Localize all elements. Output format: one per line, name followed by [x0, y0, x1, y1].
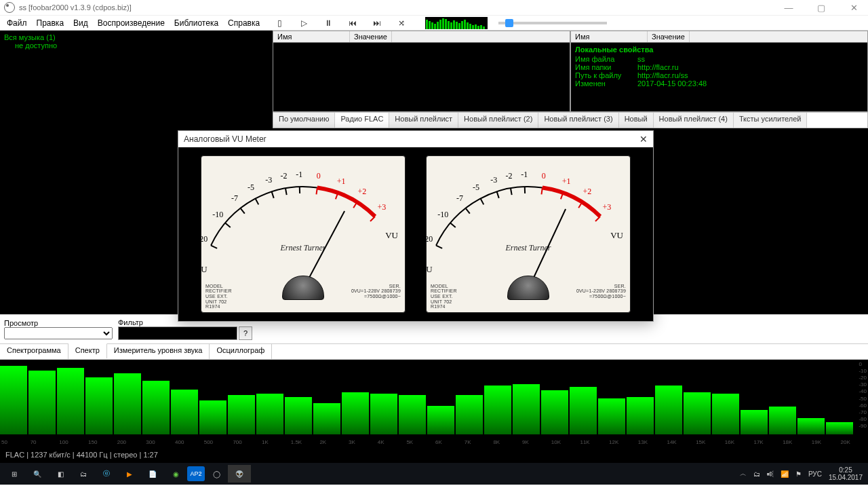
vu-title: Аналоговый VU Meter	[184, 134, 267, 144]
svg-text:-3: -3	[490, 175, 497, 185]
menu-library[interactable]: Библиотека	[174, 18, 218, 28]
tray-sound-icon[interactable]: 🕬	[767, 470, 774, 478]
spectrum-bar	[57, 368, 84, 434]
svg-line-34	[511, 188, 512, 195]
stop-button[interactable]: ▯	[275, 18, 284, 28]
word-icon[interactable]: 📄	[141, 465, 164, 483]
property-row: Изменен2017-04-15 00:23:48	[575, 79, 863, 88]
spectrum-bar	[370, 394, 397, 434]
explorer-icon[interactable]: 🗂	[72, 465, 95, 483]
col-value[interactable]: Значение	[350, 31, 392, 42]
close-button[interactable]: ✕	[844, 3, 864, 13]
vu-meter-left: -20-10-7-5-3-2-10+1+2+3VUVU Ernest Turne…	[201, 155, 406, 313]
svg-text:-3: -3	[265, 175, 272, 185]
spectrum-bar	[769, 407, 796, 434]
spectrum-bar	[541, 390, 568, 434]
svg-line-30	[481, 199, 484, 205]
property-row: Путь к файлуhttp://flacr.ru/ss	[575, 71, 863, 79]
spectrum-bar	[256, 394, 283, 434]
play-button[interactable]: ▷	[299, 18, 309, 28]
svg-text:VU: VU	[610, 230, 623, 240]
playlist-tab[interactable]: Новый плейлист (3)	[538, 113, 618, 128]
vis-tab[interactable]: Спектр	[68, 343, 107, 358]
menu-file[interactable]: Файл	[7, 18, 27, 28]
svg-text:-2: -2	[506, 171, 513, 181]
search-icon[interactable]: 🔍	[26, 465, 49, 483]
vis-tab[interactable]: Спектрограмма	[0, 344, 68, 359]
filter-help-button[interactable]: ?	[239, 326, 252, 340]
status-bar: FLAC | 1237 кбит/с | 44100 Гц | стерео |…	[0, 447, 868, 463]
playlist-tab[interactable]: Новый плейлист (2)	[458, 113, 538, 128]
edge-icon[interactable]: ⓔ	[95, 465, 118, 483]
app1-icon[interactable]: ◉	[164, 465, 187, 483]
svg-text:+3: +3	[603, 202, 612, 212]
tray-battery-icon[interactable]: 🗂	[753, 470, 760, 478]
col-name-2[interactable]: Имя	[571, 31, 648, 42]
spectrum-bar	[797, 418, 825, 434]
random-button[interactable]: ⤨	[397, 18, 406, 28]
svg-text:-10: -10	[212, 210, 223, 219]
next-button[interactable]: ⏭	[372, 18, 382, 28]
menu-view[interactable]: Вид	[73, 18, 88, 28]
tray-clock[interactable]: 0:25 15.04.2017	[829, 466, 863, 481]
col-name[interactable]: Имя	[273, 31, 350, 42]
playlist-tab[interactable]: Новый плейлист (4)	[654, 113, 734, 128]
properties-panel: Имя Значение Локальные свойства Имя файл…	[570, 31, 868, 112]
playlist-tab[interactable]: По умолчанию	[273, 113, 335, 128]
start-button[interactable]: ⊞	[3, 465, 26, 483]
taskview-icon[interactable]: ◧	[49, 465, 72, 483]
mini-spectrum	[425, 17, 488, 29]
os-taskbar: ⊞ 🔍 ◧ 🗂 ⓔ ▶ 📄 ◉ AP2 ◯ 👽 ︿ 🗂 🕬 📶 ⚑ РУС 0:…	[0, 463, 868, 485]
prev-button[interactable]: ⏮	[348, 18, 357, 28]
spectrum-bar	[598, 398, 625, 434]
col-value-2[interactable]: Значение	[648, 31, 690, 42]
filter-input[interactable]	[118, 326, 237, 340]
minimize-button[interactable]: —	[778, 3, 799, 13]
filter-label: Фильтр	[118, 318, 143, 326]
ap2-icon[interactable]: AP2	[187, 466, 205, 481]
tree-child[interactable]: не доступно	[15, 41, 269, 50]
vis-tab[interactable]: Осциллограф	[210, 344, 272, 359]
chrome-icon[interactable]: ◯	[205, 465, 228, 483]
menu-edit[interactable]: Правка	[37, 18, 64, 28]
volume-slider[interactable]	[498, 22, 607, 24]
vu-meter-window[interactable]: Аналоговый VU Meter ✕ -20-10-7-5-3-2-10+…	[178, 130, 654, 322]
menu-help[interactable]: Справка	[228, 18, 260, 28]
svg-text:-20: -20	[427, 234, 433, 244]
playlist-panel-1: Имя Значение	[273, 31, 570, 112]
svg-text:VU: VU	[385, 230, 398, 240]
svg-line-44	[595, 217, 600, 221]
app-icon	[4, 2, 15, 13]
vu-close-button[interactable]: ✕	[639, 134, 648, 145]
wmp-icon[interactable]: ▶	[118, 465, 141, 483]
tray-lang[interactable]: РУС	[808, 470, 822, 478]
tree-root[interactable]: Вся музыка (1)	[4, 33, 269, 41]
tray-network-icon[interactable]: 📶	[781, 470, 789, 478]
view-select[interactable]	[4, 327, 113, 339]
playlist-tab[interactable]: Тксты усилителей	[734, 113, 808, 128]
playlist-tab[interactable]: Новый плейлист	[389, 113, 458, 128]
spectrum-bar	[171, 390, 198, 434]
property-row: Имя папкиhttp://flacr.ru	[575, 63, 863, 71]
foobar-icon[interactable]: 👽	[228, 465, 251, 483]
props-title: Локальные свойства	[575, 45, 863, 54]
menu-playback[interactable]: Воспроизведение	[98, 18, 165, 28]
tray-flag-icon[interactable]: ⚑	[795, 470, 802, 478]
spectrum-bar	[285, 397, 312, 434]
maximize-button[interactable]: ▢	[811, 3, 831, 13]
pause-button[interactable]: ⏸	[323, 18, 333, 28]
tray-up-icon[interactable]: ︿	[740, 469, 747, 478]
playlist-tab[interactable]: Радио FLAC	[335, 113, 389, 128]
svg-text:-1: -1	[521, 170, 528, 179]
playlist-tab[interactable]: Новый	[619, 113, 654, 128]
spectrum-bar	[228, 395, 255, 434]
spectrum-bar	[684, 392, 711, 434]
svg-text:0: 0	[542, 171, 546, 181]
svg-line-2	[225, 223, 231, 227]
spectrum-bar	[342, 392, 369, 434]
svg-text:-1: -1	[296, 170, 302, 179]
spectrum-bar	[655, 386, 682, 434]
vis-tab[interactable]: Измеритель уровня звука	[107, 344, 210, 359]
svg-text:-20: -20	[201, 234, 208, 244]
spectrum-display: 0-10-20-30-40-50-60-70-80-90 50701001502…	[0, 360, 868, 447]
